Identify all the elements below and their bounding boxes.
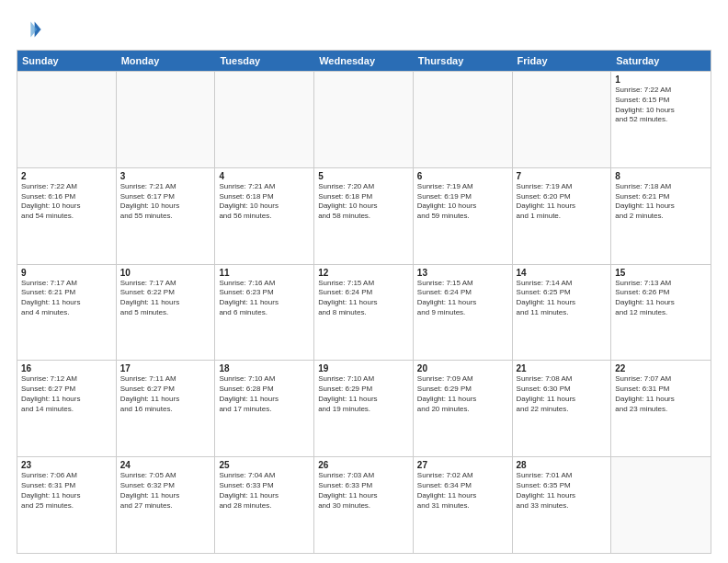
- calendar-cell: 25Sunrise: 7:04 AM Sunset: 6:33 PM Dayli…: [215, 457, 314, 553]
- calendar-cell: 2Sunrise: 7:22 AM Sunset: 6:16 PM Daylig…: [17, 168, 117, 264]
- calendar-header: SundayMondayTuesdayWednesdayThursdayFrid…: [17, 51, 711, 71]
- logo: [17, 17, 46, 42]
- cell-info: Sunrise: 7:08 AM Sunset: 6:30 PM Dayligh…: [517, 374, 608, 414]
- calendar-row: 16Sunrise: 7:12 AM Sunset: 6:27 PM Dayli…: [17, 360, 711, 456]
- calendar-cell: [117, 72, 216, 167]
- day-number: 5: [318, 171, 409, 181]
- cell-info: Sunrise: 7:16 AM Sunset: 6:23 PM Dayligh…: [219, 279, 310, 318]
- day-number: 8: [615, 171, 707, 181]
- day-number: 17: [120, 363, 211, 373]
- day-number: 25: [219, 460, 310, 470]
- day-number: 7: [517, 171, 608, 181]
- calendar-row: 9Sunrise: 7:17 AM Sunset: 6:21 PM Daylig…: [17, 264, 711, 361]
- day-number: 12: [318, 268, 409, 278]
- cell-info: Sunrise: 7:06 AM Sunset: 6:31 PM Dayligh…: [21, 471, 112, 511]
- calendar-cell: 26Sunrise: 7:03 AM Sunset: 6:33 PM Dayli…: [314, 457, 414, 553]
- cell-info: Sunrise: 7:19 AM Sunset: 6:20 PM Dayligh…: [517, 182, 608, 222]
- calendar-cell: 10Sunrise: 7:17 AM Sunset: 6:22 PM Dayli…: [117, 265, 216, 361]
- weekday-header: Tuesday: [215, 51, 314, 71]
- day-number: 9: [21, 268, 112, 278]
- calendar-cell: 19Sunrise: 7:10 AM Sunset: 6:29 PM Dayli…: [314, 361, 414, 456]
- day-number: 28: [517, 460, 608, 470]
- calendar-body: 1Sunrise: 7:22 AM Sunset: 6:15 PM Daylig…: [17, 71, 711, 553]
- calendar-cell: 18Sunrise: 7:10 AM Sunset: 6:28 PM Dayli…: [215, 361, 314, 456]
- cell-info: Sunrise: 7:15 AM Sunset: 6:24 PM Dayligh…: [318, 279, 409, 318]
- calendar-cell: [611, 457, 711, 553]
- calendar-cell: [414, 72, 513, 167]
- day-number: 1: [615, 75, 707, 85]
- calendar-cell: 14Sunrise: 7:14 AM Sunset: 6:25 PM Dayli…: [513, 265, 612, 361]
- calendar-cell: 15Sunrise: 7:13 AM Sunset: 6:26 PM Dayli…: [611, 265, 711, 361]
- page: SundayMondayTuesdayWednesdayThursdayFrid…: [0, 0, 728, 563]
- day-number: 3: [120, 171, 211, 181]
- day-number: 24: [120, 460, 211, 470]
- calendar-cell: 11Sunrise: 7:16 AM Sunset: 6:23 PM Dayli…: [215, 265, 314, 361]
- cell-info: Sunrise: 7:11 AM Sunset: 6:27 PM Dayligh…: [120, 374, 211, 414]
- calendar-cell: 4Sunrise: 7:21 AM Sunset: 6:18 PM Daylig…: [215, 168, 314, 264]
- calendar-cell: 20Sunrise: 7:09 AM Sunset: 6:29 PM Dayli…: [414, 361, 513, 456]
- cell-info: Sunrise: 7:01 AM Sunset: 6:35 PM Dayligh…: [517, 471, 608, 511]
- cell-info: Sunrise: 7:09 AM Sunset: 6:29 PM Dayligh…: [417, 374, 508, 414]
- day-number: 16: [21, 363, 112, 373]
- cell-info: Sunrise: 7:05 AM Sunset: 6:32 PM Dayligh…: [120, 471, 211, 511]
- calendar-cell: 9Sunrise: 7:17 AM Sunset: 6:21 PM Daylig…: [17, 265, 117, 361]
- calendar-cell: 12Sunrise: 7:15 AM Sunset: 6:24 PM Dayli…: [314, 265, 414, 361]
- calendar-cell: 5Sunrise: 7:20 AM Sunset: 6:18 PM Daylig…: [314, 168, 414, 264]
- day-number: 13: [417, 268, 508, 278]
- day-number: 10: [120, 268, 211, 278]
- cell-info: Sunrise: 7:10 AM Sunset: 6:29 PM Dayligh…: [318, 374, 409, 414]
- day-number: 27: [417, 460, 508, 470]
- cell-info: Sunrise: 7:17 AM Sunset: 6:22 PM Dayligh…: [120, 279, 211, 318]
- weekday-header: Wednesday: [314, 51, 414, 71]
- calendar-cell: 7Sunrise: 7:19 AM Sunset: 6:20 PM Daylig…: [513, 168, 612, 264]
- calendar-cell: 24Sunrise: 7:05 AM Sunset: 6:32 PM Dayli…: [117, 457, 216, 553]
- cell-info: Sunrise: 7:19 AM Sunset: 6:19 PM Dayligh…: [417, 182, 508, 222]
- calendar-cell: 13Sunrise: 7:15 AM Sunset: 6:24 PM Dayli…: [414, 265, 513, 361]
- weekday-header: Monday: [117, 51, 216, 71]
- cell-info: Sunrise: 7:14 AM Sunset: 6:25 PM Dayligh…: [517, 279, 608, 318]
- calendar-cell: 16Sunrise: 7:12 AM Sunset: 6:27 PM Dayli…: [17, 361, 117, 456]
- calendar-cell: [513, 72, 612, 167]
- day-number: 23: [21, 460, 112, 470]
- day-number: 21: [517, 363, 608, 373]
- cell-info: Sunrise: 7:10 AM Sunset: 6:28 PM Dayligh…: [219, 374, 310, 414]
- cell-info: Sunrise: 7:15 AM Sunset: 6:24 PM Dayligh…: [417, 279, 508, 318]
- weekday-header: Saturday: [611, 51, 711, 71]
- calendar-cell: [215, 72, 314, 167]
- day-number: 11: [219, 268, 310, 278]
- logo-icon: [17, 17, 42, 42]
- calendar-cell: 3Sunrise: 7:21 AM Sunset: 6:17 PM Daylig…: [117, 168, 216, 264]
- cell-info: Sunrise: 7:21 AM Sunset: 6:18 PM Dayligh…: [219, 182, 310, 222]
- calendar-cell: 17Sunrise: 7:11 AM Sunset: 6:27 PM Dayli…: [117, 361, 216, 456]
- cell-info: Sunrise: 7:04 AM Sunset: 6:33 PM Dayligh…: [219, 471, 310, 511]
- day-number: 6: [417, 171, 508, 181]
- weekday-header: Sunday: [17, 51, 117, 71]
- day-number: 20: [417, 363, 508, 373]
- calendar-cell: 27Sunrise: 7:02 AM Sunset: 6:34 PM Dayli…: [414, 457, 513, 553]
- header: [17, 17, 711, 42]
- calendar-cell: 1Sunrise: 7:22 AM Sunset: 6:15 PM Daylig…: [611, 72, 711, 167]
- cell-info: Sunrise: 7:22 AM Sunset: 6:16 PM Dayligh…: [21, 182, 112, 222]
- day-number: 4: [219, 171, 310, 181]
- weekday-header: Friday: [513, 51, 612, 71]
- cell-info: Sunrise: 7:18 AM Sunset: 6:21 PM Dayligh…: [615, 182, 707, 222]
- calendar: SundayMondayTuesdayWednesdayThursdayFrid…: [17, 50, 711, 554]
- calendar-cell: 6Sunrise: 7:19 AM Sunset: 6:19 PM Daylig…: [414, 168, 513, 264]
- calendar-row: 1Sunrise: 7:22 AM Sunset: 6:15 PM Daylig…: [17, 71, 711, 167]
- cell-info: Sunrise: 7:21 AM Sunset: 6:17 PM Dayligh…: [120, 182, 211, 222]
- day-number: 15: [615, 268, 707, 278]
- cell-info: Sunrise: 7:22 AM Sunset: 6:15 PM Dayligh…: [615, 86, 707, 125]
- cell-info: Sunrise: 7:07 AM Sunset: 6:31 PM Dayligh…: [615, 374, 707, 414]
- calendar-cell: 21Sunrise: 7:08 AM Sunset: 6:30 PM Dayli…: [513, 361, 612, 456]
- calendar-cell: [17, 72, 117, 167]
- day-number: 14: [517, 268, 608, 278]
- calendar-cell: 8Sunrise: 7:18 AM Sunset: 6:21 PM Daylig…: [611, 168, 711, 264]
- cell-info: Sunrise: 7:17 AM Sunset: 6:21 PM Dayligh…: [21, 279, 112, 318]
- day-number: 22: [615, 363, 707, 373]
- cell-info: Sunrise: 7:03 AM Sunset: 6:33 PM Dayligh…: [318, 471, 409, 511]
- day-number: 19: [318, 363, 409, 373]
- calendar-row: 23Sunrise: 7:06 AM Sunset: 6:31 PM Dayli…: [17, 456, 711, 553]
- day-number: 2: [21, 171, 112, 181]
- calendar-cell: 23Sunrise: 7:06 AM Sunset: 6:31 PM Dayli…: [17, 457, 117, 553]
- calendar-cell: 28Sunrise: 7:01 AM Sunset: 6:35 PM Dayli…: [513, 457, 612, 553]
